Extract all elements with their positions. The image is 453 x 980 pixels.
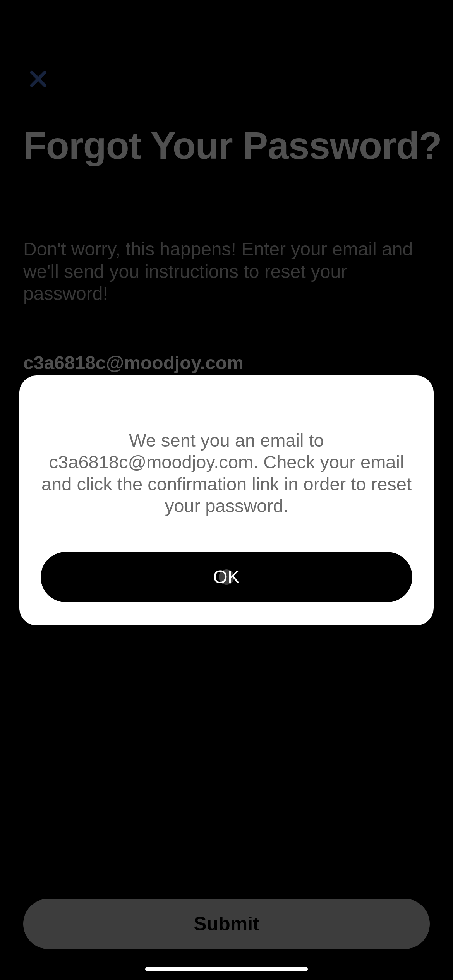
- home-indicator[interactable]: [145, 967, 308, 971]
- modal-message: We sent you an email to c3a6818c@moodjoy…: [41, 430, 412, 517]
- confirmation-modal: We sent you an email to c3a6818c@moodjoy…: [19, 375, 434, 625]
- modal-overlay: We sent you an email to c3a6818c@moodjoy…: [0, 0, 453, 980]
- ok-button[interactable]: OK: [41, 552, 412, 602]
- ok-button-label: OK: [213, 566, 240, 588]
